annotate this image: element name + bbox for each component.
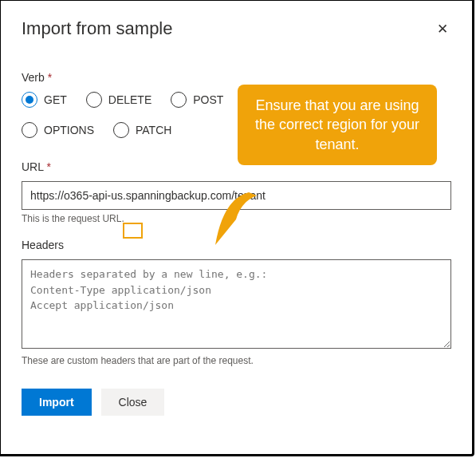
radio-label: POST <box>193 93 223 106</box>
verb-option-get[interactable]: GET <box>22 92 67 108</box>
radio-icon <box>22 92 37 108</box>
import-button[interactable]: Import <box>22 389 92 416</box>
dialog-title: Import from sample <box>22 18 173 39</box>
verb-option-patch[interactable]: PATCH <box>113 122 171 138</box>
radio-label: GET <box>44 93 67 106</box>
radio-label: PATCH <box>136 124 171 136</box>
region-highlight <box>123 223 143 239</box>
dialog-footer: Import Close <box>22 389 451 416</box>
close-button[interactable]: Close <box>101 389 165 416</box>
dialog-header: Import from sample ✕ <box>22 18 451 39</box>
headers-help-text: These are custom headers that are part o… <box>22 355 451 366</box>
radio-icon <box>113 122 129 138</box>
headers-textarea[interactable] <box>22 259 451 349</box>
verb-option-delete[interactable]: DELETE <box>86 92 151 108</box>
verb-option-post[interactable]: POST <box>171 92 223 108</box>
verb-label: Verb <box>22 71 451 84</box>
region-callout: Ensure that you are using the correct re… <box>238 85 437 165</box>
close-icon[interactable]: ✕ <box>434 19 451 39</box>
radio-icon <box>22 122 37 138</box>
radio-label: DELETE <box>108 93 151 106</box>
verb-option-options[interactable]: OPTIONS <box>22 122 94 138</box>
callout-text: Ensure that you are using the correct re… <box>255 97 419 152</box>
radio-icon <box>86 92 102 108</box>
import-from-sample-dialog: Import from sample ✕ Verb GET DELETE POS… <box>0 0 474 456</box>
radio-icon <box>171 92 187 108</box>
radio-label: OPTIONS <box>44 124 94 136</box>
